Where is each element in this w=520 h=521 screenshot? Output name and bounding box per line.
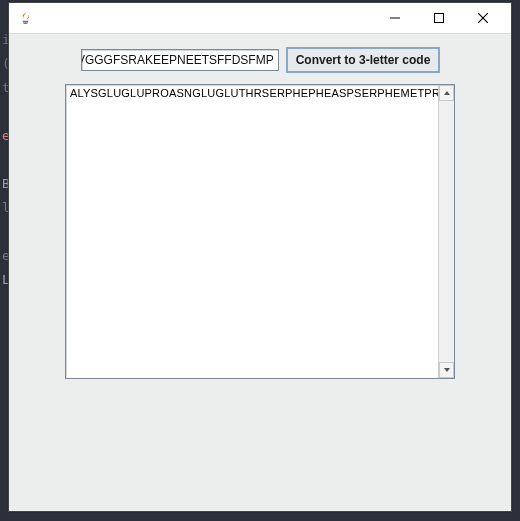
app-window: VGGGFSRAKEEPNEETSFFDSFMP Convert to 3-le…: [8, 2, 512, 512]
result-text[interactable]: ALYSGLUGLUPROASNGLUGLUTHRSERPHEPHEASPSER…: [66, 85, 438, 378]
result-area: ALYSGLUGLUPROASNGLUGLUTHRSERPHEPHEASPSER…: [65, 84, 455, 379]
java-icon: [17, 10, 33, 26]
svg-rect-1: [435, 14, 444, 23]
close-button[interactable]: [461, 4, 505, 33]
scroll-down-button[interactable]: [439, 362, 454, 378]
sequence-input[interactable]: VGGGFSRAKEEPNEETSFFDSFMP: [81, 49, 279, 71]
minimize-button[interactable]: [373, 4, 417, 33]
scroll-up-button[interactable]: [439, 85, 454, 101]
sequence-input-value: VGGGFSRAKEEPNEETSFFDSFMP: [81, 53, 274, 67]
input-row: VGGGFSRAKEEPNEETSFFDSFMP Convert to 3-le…: [9, 34, 511, 84]
client-area: VGGGFSRAKEEPNEETSFFDSFMP Convert to 3-le…: [9, 34, 511, 379]
svg-marker-5: [444, 368, 450, 372]
svg-marker-4: [444, 91, 450, 95]
maximize-button[interactable]: [417, 4, 461, 33]
convert-button-label: Convert to 3-letter code: [296, 53, 431, 67]
titlebar[interactable]: [9, 3, 511, 34]
vertical-scrollbar[interactable]: [438, 85, 454, 378]
convert-button[interactable]: Convert to 3-letter code: [287, 48, 440, 72]
